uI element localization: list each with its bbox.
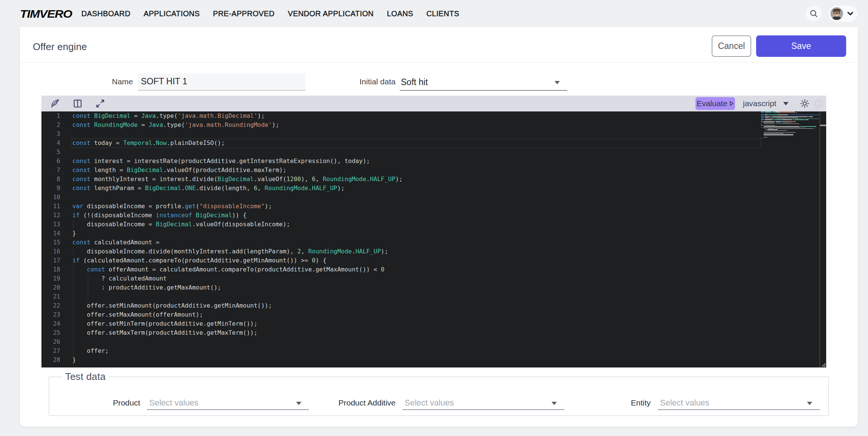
initial-data-label: Initial data — [359, 77, 396, 86]
avatar — [830, 7, 843, 20]
evaluate-button[interactable]: Evaluate — [695, 97, 735, 110]
product-additive-placeholder: Select values — [405, 398, 454, 408]
nav-item-loans[interactable]: LOANS — [387, 9, 413, 18]
name-label: Name — [112, 77, 133, 86]
nav-menu: DASHBOARDAPPLICATIONSPRE-APPROVEDVENDOR … — [81, 0, 459, 27]
product-placeholder: Select values — [149, 398, 199, 408]
test-data-fieldset: Test data Product Select values Product … — [49, 377, 829, 416]
expand-icon[interactable] — [95, 99, 105, 108]
page-title: Offer engine — [33, 41, 87, 53]
quill-icon[interactable] — [50, 99, 60, 108]
entity-placeholder: Select values — [660, 398, 709, 408]
evaluate-label: Evaluate — [697, 99, 727, 108]
overview-ruler-cursor — [820, 125, 826, 126]
product-label: Product — [113, 398, 140, 407]
product-select[interactable]: Select values — [147, 390, 309, 410]
dropdown-arrow-icon — [555, 81, 560, 84]
split-view-icon[interactable] — [73, 99, 83, 108]
language-value: javascript — [743, 99, 776, 108]
code-lines: const BigDecimal = Java.type('java.math.… — [72, 111, 403, 364]
code-area[interactable]: 1234567891011121314151617181920212223242… — [41, 111, 826, 367]
nav-item-applications[interactable]: APPLICATIONS — [144, 9, 200, 18]
card-header: Offer engine Cancel Save — [20, 27, 858, 63]
user-menu[interactable] — [829, 6, 857, 22]
line-numbers: 1234567891011121314151617181920212223242… — [41, 111, 60, 364]
dropdown-arrow-icon — [552, 402, 557, 405]
chevron-down-icon — [847, 12, 853, 15]
search-icon — [809, 9, 818, 18]
timvero-logo[interactable]: TIMVERO — [20, 8, 73, 20]
nav-item-pre-approved[interactable]: PRE-APPROVED — [213, 9, 275, 18]
entity-label: Entity — [631, 398, 651, 407]
initial-data-select[interactable]: Soft hit — [400, 73, 567, 91]
entity-select[interactable]: Select values — [658, 390, 820, 410]
dropdown-arrow-icon — [783, 102, 789, 105]
minimap[interactable] — [761, 111, 819, 367]
editor-toolbar: Evaluate javascript — [41, 96, 826, 111]
nav-item-vendor-application[interactable]: VENDOR APPLICATION — [288, 9, 374, 18]
minimap-separator — [819, 111, 820, 367]
nav-item-clients[interactable]: CLIENTS — [426, 9, 459, 18]
cancel-button[interactable]: Cancel — [712, 35, 751, 57]
play-icon — [729, 101, 734, 106]
svg-text:TIMVERO: TIMVERO — [20, 8, 73, 20]
dropdown-arrow-icon — [296, 402, 301, 405]
language-select[interactable]: javascript — [743, 96, 789, 111]
name-input[interactable] — [138, 73, 306, 91]
code-editor: Evaluate javascript — [41, 96, 826, 367]
resize-grip-icon[interactable] — [821, 362, 826, 367]
nav-item-dashboard[interactable]: DASHBOARD — [81, 9, 130, 18]
initial-data-value: Soft hit — [401, 77, 428, 87]
save-button[interactable]: Save — [756, 35, 846, 57]
product-additive-select[interactable]: Select values — [402, 390, 564, 410]
test-data-legend: Test data — [62, 371, 109, 383]
info-icon[interactable] — [814, 99, 824, 108]
brightness-icon[interactable] — [800, 99, 810, 108]
top-navbar: TIMVERO DASHBOARDAPPLICATIONSPRE-APPROVE… — [0, 0, 868, 27]
product-additive-label: Product Additive — [338, 398, 396, 407]
offer-engine-card: Offer engine Cancel Save Name Initial da… — [20, 27, 858, 427]
dropdown-arrow-icon — [807, 402, 812, 405]
search-button[interactable] — [806, 6, 822, 21]
